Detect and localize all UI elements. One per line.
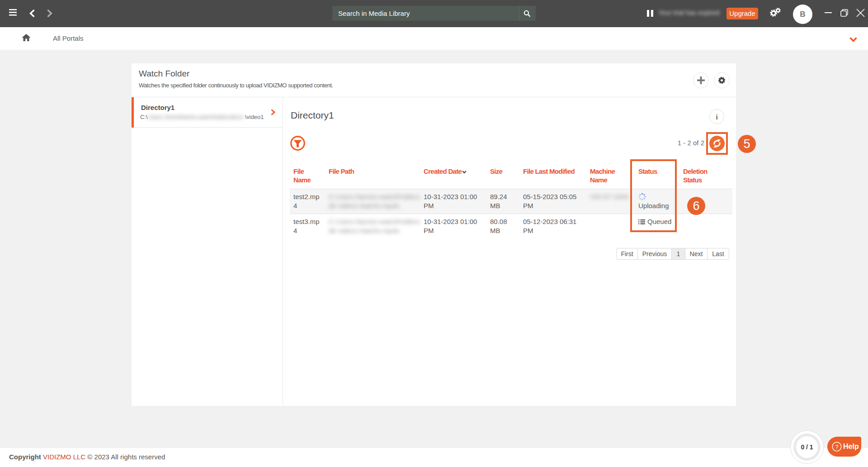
svg-text:?: ?	[835, 443, 838, 450]
